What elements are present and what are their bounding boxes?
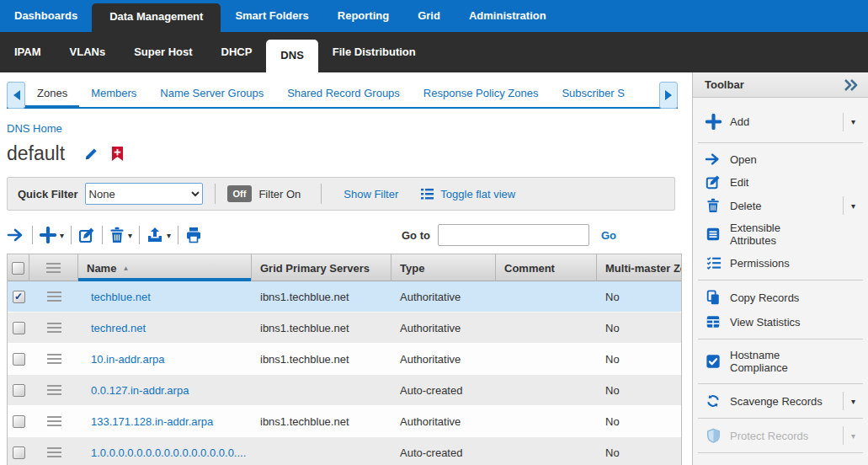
row-drag-handle[interactable] xyxy=(47,351,61,366)
row-checkbox[interactable] xyxy=(13,384,25,397)
toolbar-open-button[interactable]: Open xyxy=(693,148,868,170)
toolbar-panel-body: Add ▾ Open Edit Delete ▾ Extensible Attr… xyxy=(693,98,868,465)
scavenge-recycle-icon xyxy=(705,393,722,409)
divider xyxy=(698,142,863,143)
table-row[interactable]: techred.net ibns1.techblue.net Authorita… xyxy=(8,313,681,344)
zone-link[interactable]: 1.0.0.0.0.0.0.0.0.0.0.0.0.0.0.0.... xyxy=(91,446,246,459)
row-drag-handle[interactable] xyxy=(47,320,61,335)
sub-nav-ipam[interactable]: IPAM xyxy=(0,32,56,72)
quick-filter-select[interactable]: None xyxy=(85,183,203,205)
top-nav-reporting[interactable]: Reporting xyxy=(323,0,403,32)
toolbar-protect-records-button[interactable]: Protect Records ▾ xyxy=(693,424,868,447)
tabs-row: Zones Members Name Server Groups Shared … xyxy=(25,80,659,109)
column-header-type[interactable]: Type xyxy=(391,254,496,281)
tab-response-policy-zones[interactable]: Response Policy Zones xyxy=(412,80,551,109)
zone-link[interactable]: 133.171.128.in-addr.arpa xyxy=(91,415,213,428)
edit-pencil-icon[interactable] xyxy=(83,146,99,162)
toolbar-copy-records-button[interactable]: Copy Records xyxy=(693,286,868,310)
print-icon[interactable] xyxy=(185,227,202,243)
top-nav-grid[interactable]: Grid xyxy=(403,0,455,32)
table-row[interactable]: 10.in-addr.arpa ibns1.techblue.net Autho… xyxy=(8,344,681,375)
delete-dropdown-caret[interactable]: ▾ xyxy=(128,231,132,240)
toolbar-hostname-compliance-button[interactable]: Hostname Compliance xyxy=(693,345,868,378)
toolbar-panel: Toolbar Add ▾ Open Edit Delete xyxy=(692,72,868,465)
delete-icon[interactable] xyxy=(109,227,125,243)
tab-members[interactable]: Members xyxy=(79,80,148,109)
toolbar-panel-header: Toolbar xyxy=(693,72,868,98)
toolbar-edit-button[interactable]: Edit xyxy=(693,170,868,194)
sub-nav-vlans[interactable]: VLANs xyxy=(56,32,120,72)
tab-zones[interactable]: Zones xyxy=(25,80,79,109)
goto-input[interactable] xyxy=(438,224,589,246)
sub-nav-dns[interactable]: DNS xyxy=(266,40,317,72)
column-header-comment[interactable]: Comment xyxy=(496,254,597,281)
edit-icon[interactable] xyxy=(78,227,95,243)
add-dropdown-caret[interactable]: ▾ xyxy=(843,113,863,131)
double-chevron-right-icon[interactable] xyxy=(843,78,860,92)
row-drag-handle[interactable] xyxy=(47,445,61,460)
row-checkbox[interactable] xyxy=(13,353,25,366)
tab-name-server-groups[interactable]: Name Server Groups xyxy=(148,80,275,109)
tab-shared-record-groups[interactable]: Shared Record Groups xyxy=(275,80,412,109)
sub-nav-file-distribution[interactable]: File Distribution xyxy=(318,32,430,72)
scroll-left-icon[interactable] xyxy=(7,82,25,109)
toolbar-extensible-attributes-button[interactable]: Extensible Attributes xyxy=(693,217,868,251)
delete-dropdown-caret[interactable]: ▾ xyxy=(843,196,863,215)
toolbar-delete-button[interactable]: Delete ▾ xyxy=(693,194,868,217)
top-nav-administration[interactable]: Administration xyxy=(455,0,561,32)
tab-subscriber[interactable]: Subscriber S xyxy=(550,80,636,109)
row-drag-handle[interactable] xyxy=(47,414,61,429)
top-nav-data-management[interactable]: Data Management xyxy=(92,3,221,32)
toolbar-scavenge-records-button[interactable]: Scavenge Records ▾ xyxy=(693,389,868,413)
row-checkbox[interactable] xyxy=(13,446,25,459)
dns-tabstrip: Zones Members Name Server Groups Shared … xyxy=(7,80,682,110)
row-checkbox[interactable] xyxy=(13,322,25,334)
select-all-checkbox[interactable] xyxy=(8,254,29,281)
table-row[interactable]: 133.171.128.in-addr.arpa ibns1.techblue.… xyxy=(8,406,681,437)
show-filter-link[interactable]: Show Filter xyxy=(343,188,398,200)
toolbar-add-button[interactable]: Add ▾ xyxy=(693,106,868,137)
quick-filter-label: Quick Filter xyxy=(18,188,78,200)
table-row[interactable]: 1.0.0.0.0.0.0.0.0.0.0.0.0.0.0.0.... Auto… xyxy=(8,437,681,465)
divider xyxy=(698,339,863,339)
export-dropdown-caret[interactable]: ▾ xyxy=(167,231,171,240)
sub-nav-super-host[interactable]: Super Host xyxy=(120,32,206,72)
table-row[interactable]: techblue.net ibns1.techblue.net Authorit… xyxy=(8,281,681,313)
row-drag-handle[interactable] xyxy=(47,289,61,304)
column-drag-header[interactable] xyxy=(29,254,78,281)
column-header-multi-master[interactable]: Multi-master Zo xyxy=(597,254,681,281)
breadcrumb-dns-home-link[interactable]: DNS Home xyxy=(7,122,62,135)
toolbar-view-statistics-button[interactable]: View Statistics xyxy=(693,310,868,334)
goto-group: Go to Go xyxy=(402,224,616,246)
column-header-name[interactable]: Name▲ xyxy=(78,254,252,281)
toolbar-permissions-button[interactable]: Permissions xyxy=(693,251,868,275)
zone-link[interactable]: techred.net xyxy=(91,322,146,334)
toolbar-manage-dynamic-update-groups-button[interactable]: Manage Dynamic Update Groups xyxy=(693,458,868,465)
zone-link[interactable]: 0.0.127.in-addr.arpa xyxy=(91,384,189,397)
add-icon[interactable] xyxy=(40,227,56,243)
quick-filter-bar: Quick Filter None Off Filter On Show Fil… xyxy=(7,177,675,211)
go-link[interactable]: Go xyxy=(601,229,616,242)
divider xyxy=(698,452,863,453)
bookmark-add-icon[interactable] xyxy=(111,146,124,162)
sub-nav-dhcp[interactable]: DHCP xyxy=(207,32,267,72)
column-header-grid-primary-servers[interactable]: Grid Primary Servers xyxy=(252,254,391,281)
export-icon[interactable] xyxy=(146,227,163,243)
top-nav-smart-folders[interactable]: Smart Folders xyxy=(221,0,322,32)
top-nav-dashboards[interactable]: Dashboards xyxy=(0,0,92,32)
zone-link[interactable]: techblue.net xyxy=(91,291,151,303)
row-drag-handle[interactable] xyxy=(47,382,61,398)
table-row[interactable]: 0.0.127.in-addr.arpa Auto-created No xyxy=(8,375,681,406)
row-checkbox[interactable] xyxy=(13,291,25,303)
open-arrow-icon[interactable] xyxy=(7,227,25,243)
filter-off-toggle[interactable]: Off xyxy=(227,185,253,202)
toggle-flat-view-group[interactable]: Toggle flat view xyxy=(420,188,515,200)
scroll-right-icon[interactable] xyxy=(659,82,678,109)
delete-icon xyxy=(705,198,722,213)
divider xyxy=(71,226,72,244)
open-arrow-icon xyxy=(705,152,722,166)
zone-link[interactable]: 10.in-addr.arpa xyxy=(91,353,164,366)
add-dropdown-caret[interactable]: ▾ xyxy=(60,231,64,240)
row-checkbox[interactable] xyxy=(13,415,25,428)
scavenge-dropdown-caret[interactable]: ▾ xyxy=(843,392,863,410)
